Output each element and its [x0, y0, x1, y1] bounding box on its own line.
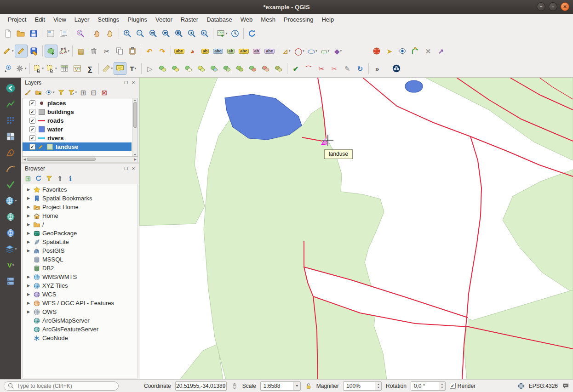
scroll-right-arrow-icon[interactable]: ▶ — [134, 158, 137, 161]
metasearch-button[interactable] — [2, 273, 19, 289]
browser-item-arcgismapserver[interactable]: ArcGisMapServer — [23, 316, 138, 325]
maximize-button[interactable]: ▫ — [549, 2, 557, 11]
split-features-tool-button[interactable] — [259, 62, 272, 75]
new-map-view-button[interactable]: ▾ — [215, 27, 229, 40]
select-vertex-tool-button[interactable]: ➤ — [383, 45, 396, 57]
toggle-editing-button[interactable] — [15, 45, 28, 57]
shape-circle-tools-button[interactable]: ◯▾ — [293, 45, 306, 57]
expander-arrow-icon[interactable]: ▶ — [26, 231, 31, 235]
browser-item-arcgisfeatureserver[interactable]: ArcGisFeatureServer — [23, 325, 138, 334]
browser-item-favorites[interactable]: ▶Favorites — [23, 185, 138, 194]
layer-visibility-checkbox[interactable]: ✓ — [29, 135, 35, 141]
refresh-browser-button[interactable] — [34, 174, 44, 183]
layer-item-roads[interactable]: ✓roads — [23, 116, 132, 125]
enable-tracing-button[interactable] — [409, 45, 422, 57]
scroll-down-arrow-icon[interactable]: ▼ — [133, 153, 137, 156]
deselect-tool-button[interactable]: ✕ — [422, 45, 435, 57]
browser-item-mssql[interactable]: MSSQL — [23, 255, 138, 264]
browser-item-ows[interactable]: ▶OWS — [23, 307, 138, 316]
intersection-tool-button[interactable] — [169, 62, 182, 75]
new-project-button[interactable] — [1, 27, 14, 40]
minimize-button[interactable]: – — [537, 2, 545, 11]
delete-selected-button[interactable] — [87, 45, 100, 57]
collapse-all-button[interactable]: ⊟ — [89, 88, 99, 97]
close-panel-button[interactable]: ✕ — [130, 79, 137, 86]
scroll-up-arrow-icon[interactable]: ▲ — [133, 98, 137, 102]
crs-icon[interactable] — [517, 382, 525, 390]
close-button[interactable]: ✕ — [561, 2, 569, 11]
properties-widget-button[interactable]: ℹ — [65, 174, 75, 183]
layer-diagram-options-button[interactable]: ◕ — [186, 45, 199, 57]
split-features-button[interactable]: ✂ — [315, 62, 328, 75]
modify-attributes-button[interactable]: ▤ — [74, 45, 87, 57]
browser-item-spatial-bookmarks[interactable]: ▶Spatial Bookmarks — [23, 194, 138, 203]
browser-item-wcs[interactable]: ▶WCS — [23, 290, 138, 299]
scrollbar-thumb[interactable] — [133, 102, 137, 128]
browser-item-geopackage[interactable]: ▶GeoPackage — [23, 229, 138, 238]
select-features-button[interactable]: ▾ — [32, 62, 45, 75]
toggle-extents-button[interactable] — [231, 382, 238, 390]
expander-arrow-icon[interactable]: ▶ — [26, 187, 31, 192]
browser-item-spatialite[interactable]: ▶SpatiaLite — [23, 238, 138, 246]
expander-arrow-icon[interactable]: ▶ — [26, 249, 31, 253]
pan-to-selection-button[interactable] — [104, 27, 117, 40]
menu-plugins[interactable]: Plugins — [123, 15, 151, 24]
add-polygon-feature-button[interactable] — [45, 45, 57, 57]
expander-arrow-icon[interactable]: ▶ — [26, 292, 31, 296]
merge-features-tool-button[interactable] — [246, 62, 259, 75]
add-delimited-text-layer-button[interactable] — [2, 113, 19, 128]
menu-mesh[interactable]: Mesh — [257, 15, 280, 24]
manage-map-themes-button[interactable]: ▾ — [44, 88, 56, 97]
select-by-value-button[interactable]: ▾ — [45, 62, 58, 75]
add-wfs-layer-button[interactable] — [2, 225, 19, 240]
layer-visibility-checkbox[interactable]: ✓ — [29, 126, 35, 132]
current-edits-button[interactable]: ▾ — [1, 45, 15, 57]
browser-item-xyz-tiles[interactable]: ▶XYZ Tiles — [23, 281, 138, 290]
menu-web[interactable]: Web — [236, 15, 257, 24]
advanced-digitizing-tools-button[interactable]: ⊿▾ — [280, 45, 293, 57]
float-panel-button[interactable]: ❐ — [122, 165, 130, 172]
coordinate-capture-button[interactable] — [370, 45, 383, 57]
expander-arrow-icon[interactable]: ▶ — [26, 310, 31, 314]
add-wms-layer-button[interactable]: ▾ — [2, 193, 19, 208]
zoom-in-button[interactable]: + — [121, 27, 134, 40]
layer-visibility-checkbox[interactable]: ✓ — [29, 109, 35, 115]
filter-legend-button[interactable] — [56, 88, 66, 97]
scrollbar-thumb[interactable] — [27, 158, 96, 161]
layer-item-places[interactable]: ✓places — [23, 99, 132, 108]
close-panel-button[interactable]: ✕ — [130, 165, 137, 172]
browser-item-postgis[interactable]: ▶PostGIS — [23, 246, 138, 255]
layer-item-water[interactable]: ✓water — [23, 125, 132, 134]
scroll-left-arrow-icon[interactable]: ◀ — [23, 158, 26, 161]
map-canvas[interactable]: landuse — [139, 78, 573, 379]
browser-item-geonode[interactable]: GeoNode — [23, 334, 138, 342]
shape-polygon-tools-button[interactable]: ◆▾ — [332, 45, 344, 57]
map-tips-button[interactable] — [114, 62, 126, 75]
zoom-out-button[interactable]: − — [134, 27, 147, 40]
scale-combo[interactable]: 1:6588 ▼ — [260, 381, 301, 391]
browser-item-root[interactable]: ▶/ — [23, 220, 138, 229]
cut-features-button[interactable]: ✂ — [100, 45, 113, 57]
browser-item-wms-wmts[interactable]: ▶WMS/WMTS — [23, 273, 138, 281]
browser-item-db2[interactable]: DB2 — [23, 264, 138, 273]
collapse-panels-button[interactable] — [2, 80, 19, 96]
zoom-next-button[interactable]: ▸ — [198, 27, 211, 40]
redo-button[interactable]: ↷ — [156, 45, 169, 57]
browser-item-home[interactable]: ▶Home — [23, 211, 138, 220]
menu-processing[interactable]: Processing — [280, 15, 317, 24]
add-virtual-layer-button[interactable]: V▾ — [2, 257, 19, 273]
layer-visibility-checkbox[interactable]: ✓ — [29, 100, 35, 106]
expander-arrow-icon[interactable]: ▶ — [26, 284, 31, 288]
layer-item-buildings[interactable]: ✓buildings — [23, 108, 132, 116]
menu-help[interactable]: Help — [317, 15, 338, 24]
eliminate-tool-button[interactable] — [272, 62, 285, 75]
expander-arrow-icon[interactable]: ▶ — [26, 275, 31, 279]
menu-edit[interactable]: Edit — [30, 15, 49, 24]
dissolve-tool-button[interactable] — [234, 62, 246, 75]
pan-map-button[interactable] — [91, 27, 104, 40]
highlight-pinned-labels-button[interactable]: abc — [212, 45, 224, 57]
layer-labeling-options-button[interactable]: abc — [173, 45, 186, 57]
open-project-button[interactable] — [14, 27, 27, 40]
remove-layer-button[interactable]: ⊠ — [99, 88, 109, 97]
show-layout-manager-button[interactable] — [57, 27, 70, 40]
